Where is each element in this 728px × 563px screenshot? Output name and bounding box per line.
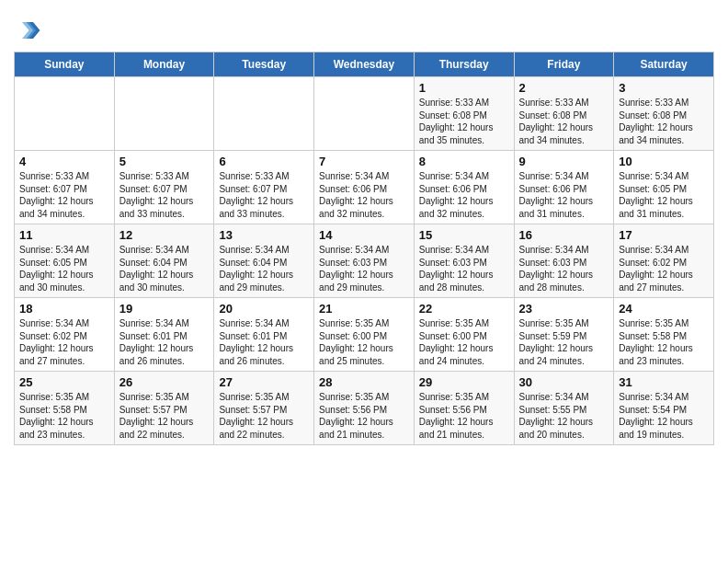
calendar-cell: 24Sunrise: 5:35 AM Sunset: 5:58 PM Dayli… <box>614 298 714 372</box>
day-header-sunday: Sunday <box>15 52 115 77</box>
calendar-cell: 17Sunrise: 5:34 AM Sunset: 6:02 PM Dayli… <box>614 224 714 298</box>
day-number: 26 <box>119 375 210 389</box>
day-number: 4 <box>19 155 109 168</box>
day-number: 31 <box>619 375 709 389</box>
calendar-cell: 28Sunrise: 5:35 AM Sunset: 5:56 PM Dayli… <box>314 372 415 445</box>
day-number: 5 <box>119 155 210 168</box>
day-number: 8 <box>419 155 509 168</box>
logo <box>14 17 45 44</box>
calendar-header-row: SundayMondayTuesdayWednesdayThursdayFrid… <box>15 52 714 77</box>
day-info: Sunrise: 5:35 AM Sunset: 5:57 PM Dayligh… <box>219 391 309 441</box>
day-info: Sunrise: 5:34 AM Sunset: 6:06 PM Dayligh… <box>419 170 509 220</box>
day-info: Sunrise: 5:34 AM Sunset: 6:03 PM Dayligh… <box>319 244 409 293</box>
day-info: Sunrise: 5:34 AM Sunset: 6:05 PM Dayligh… <box>619 170 709 220</box>
day-info: Sunrise: 5:34 AM Sunset: 6:02 PM Dayligh… <box>619 244 709 293</box>
calendar-cell: 14Sunrise: 5:34 AM Sunset: 6:03 PM Dayli… <box>314 224 415 298</box>
calendar-week-row: 1Sunrise: 5:33 AM Sunset: 6:08 PM Daylig… <box>15 77 714 151</box>
day-header-monday: Monday <box>114 52 214 77</box>
day-header-wednesday: Wednesday <box>314 52 415 77</box>
calendar-cell: 2Sunrise: 5:33 AM Sunset: 6:08 PM Daylig… <box>514 77 614 151</box>
calendar-cell: 13Sunrise: 5:34 AM Sunset: 6:04 PM Dayli… <box>214 224 314 298</box>
day-number: 22 <box>419 302 509 316</box>
calendar-cell <box>214 77 314 151</box>
day-info: Sunrise: 5:33 AM Sunset: 6:08 PM Dayligh… <box>619 97 709 146</box>
day-number: 13 <box>219 228 309 242</box>
day-number: 27 <box>219 375 309 389</box>
calendar-cell: 20Sunrise: 5:34 AM Sunset: 6:01 PM Dayli… <box>214 298 314 372</box>
day-header-tuesday: Tuesday <box>214 52 314 77</box>
day-info: Sunrise: 5:35 AM Sunset: 5:57 PM Dayligh… <box>119 391 210 441</box>
day-info: Sunrise: 5:35 AM Sunset: 5:58 PM Dayligh… <box>619 317 709 367</box>
calendar-cell: 3Sunrise: 5:33 AM Sunset: 6:08 PM Daylig… <box>614 77 714 151</box>
day-info: Sunrise: 5:34 AM Sunset: 6:06 PM Dayligh… <box>519 170 609 220</box>
day-number: 1 <box>419 81 509 95</box>
day-number: 21 <box>319 302 409 316</box>
calendar-cell: 10Sunrise: 5:34 AM Sunset: 6:05 PM Dayli… <box>614 151 714 224</box>
calendar-cell: 4Sunrise: 5:33 AM Sunset: 6:07 PM Daylig… <box>15 151 115 224</box>
day-header-saturday: Saturday <box>614 52 714 77</box>
calendar-cell: 16Sunrise: 5:34 AM Sunset: 6:03 PM Dayli… <box>514 224 614 298</box>
day-info: Sunrise: 5:34 AM Sunset: 6:02 PM Dayligh… <box>19 317 109 367</box>
day-number: 23 <box>519 302 609 316</box>
day-header-friday: Friday <box>514 52 614 77</box>
calendar-week-row: 11Sunrise: 5:34 AM Sunset: 6:05 PM Dayli… <box>15 224 714 298</box>
day-number: 15 <box>419 228 509 242</box>
day-number: 11 <box>19 228 109 242</box>
day-info: Sunrise: 5:34 AM Sunset: 6:03 PM Dayligh… <box>519 244 609 293</box>
calendar-cell: 8Sunrise: 5:34 AM Sunset: 6:06 PM Daylig… <box>414 151 514 224</box>
day-info: Sunrise: 5:34 AM Sunset: 5:54 PM Dayligh… <box>619 391 709 441</box>
day-info: Sunrise: 5:34 AM Sunset: 6:04 PM Dayligh… <box>219 244 309 293</box>
day-number: 30 <box>519 375 609 389</box>
day-info: Sunrise: 5:34 AM Sunset: 6:01 PM Dayligh… <box>119 317 210 367</box>
calendar-cell: 31Sunrise: 5:34 AM Sunset: 5:54 PM Dayli… <box>614 372 714 445</box>
day-number: 24 <box>619 302 709 316</box>
day-info: Sunrise: 5:34 AM Sunset: 6:06 PM Dayligh… <box>319 170 409 220</box>
calendar-cell: 18Sunrise: 5:34 AM Sunset: 6:02 PM Dayli… <box>15 298 115 372</box>
calendar-cell: 21Sunrise: 5:35 AM Sunset: 6:00 PM Dayli… <box>314 298 415 372</box>
calendar-cell: 26Sunrise: 5:35 AM Sunset: 5:57 PM Dayli… <box>114 372 214 445</box>
day-number: 6 <box>219 155 309 168</box>
day-info: Sunrise: 5:33 AM Sunset: 6:07 PM Dayligh… <box>219 170 309 220</box>
day-number: 3 <box>619 81 709 95</box>
day-number: 18 <box>19 302 109 316</box>
day-info: Sunrise: 5:35 AM Sunset: 5:59 PM Dayligh… <box>519 317 609 367</box>
day-header-thursday: Thursday <box>414 52 514 77</box>
calendar-cell: 30Sunrise: 5:34 AM Sunset: 5:55 PM Dayli… <box>514 372 614 445</box>
day-info: Sunrise: 5:34 AM Sunset: 6:04 PM Dayligh… <box>119 244 210 293</box>
calendar-cell: 7Sunrise: 5:34 AM Sunset: 6:06 PM Daylig… <box>314 151 415 224</box>
day-number: 10 <box>619 155 709 168</box>
day-number: 17 <box>619 228 709 242</box>
day-info: Sunrise: 5:35 AM Sunset: 5:56 PM Dayligh… <box>419 391 509 441</box>
calendar-week-row: 25Sunrise: 5:35 AM Sunset: 5:58 PM Dayli… <box>15 372 714 445</box>
day-info: Sunrise: 5:34 AM Sunset: 6:03 PM Dayligh… <box>419 244 509 293</box>
day-info: Sunrise: 5:35 AM Sunset: 5:56 PM Dayligh… <box>319 391 409 441</box>
calendar-week-row: 4Sunrise: 5:33 AM Sunset: 6:07 PM Daylig… <box>15 151 714 224</box>
day-number: 9 <box>519 155 609 168</box>
calendar-cell: 22Sunrise: 5:35 AM Sunset: 6:00 PM Dayli… <box>414 298 514 372</box>
day-number: 16 <box>519 228 609 242</box>
day-info: Sunrise: 5:33 AM Sunset: 6:08 PM Dayligh… <box>419 97 509 146</box>
calendar-cell: 15Sunrise: 5:34 AM Sunset: 6:03 PM Dayli… <box>414 224 514 298</box>
calendar-cell <box>114 77 214 151</box>
calendar-cell <box>15 77 115 151</box>
logo-icon <box>14 17 41 44</box>
day-info: Sunrise: 5:35 AM Sunset: 6:00 PM Dayligh… <box>419 317 509 367</box>
day-number: 20 <box>219 302 309 316</box>
calendar-cell: 5Sunrise: 5:33 AM Sunset: 6:07 PM Daylig… <box>114 151 214 224</box>
day-number: 12 <box>119 228 210 242</box>
calendar-cell: 19Sunrise: 5:34 AM Sunset: 6:01 PM Dayli… <box>114 298 214 372</box>
calendar-cell: 29Sunrise: 5:35 AM Sunset: 5:56 PM Dayli… <box>414 372 514 445</box>
day-number: 25 <box>19 375 109 389</box>
day-info: Sunrise: 5:33 AM Sunset: 6:07 PM Dayligh… <box>119 170 210 220</box>
calendar-cell: 9Sunrise: 5:34 AM Sunset: 6:06 PM Daylig… <box>514 151 614 224</box>
calendar-cell: 1Sunrise: 5:33 AM Sunset: 6:08 PM Daylig… <box>414 77 514 151</box>
calendar-cell <box>314 77 415 151</box>
day-info: Sunrise: 5:35 AM Sunset: 5:58 PM Dayligh… <box>19 391 109 441</box>
day-info: Sunrise: 5:34 AM Sunset: 6:05 PM Dayligh… <box>19 244 109 293</box>
day-info: Sunrise: 5:35 AM Sunset: 6:00 PM Dayligh… <box>319 317 409 367</box>
calendar-table: SundayMondayTuesdayWednesdayThursdayFrid… <box>14 52 714 445</box>
day-number: 19 <box>119 302 210 316</box>
day-number: 28 <box>319 375 409 389</box>
day-number: 29 <box>419 375 509 389</box>
calendar-cell: 12Sunrise: 5:34 AM Sunset: 6:04 PM Dayli… <box>114 224 214 298</box>
